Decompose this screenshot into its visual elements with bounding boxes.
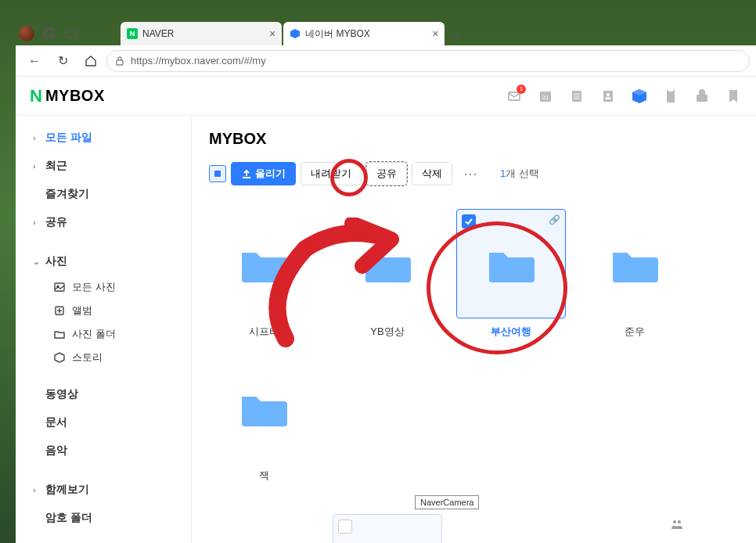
mybox-favicon-icon — [290, 28, 301, 39]
sidebar-item-music[interactable]: ›음악 — [16, 437, 191, 465]
folder-card[interactable]: 🔗 부산여행 — [456, 209, 566, 339]
mybox-icon[interactable] — [631, 88, 648, 105]
logo-n-icon: N — [30, 86, 42, 106]
folder-card[interactable]: 공유폴더 — [580, 514, 689, 543]
shared-icon — [671, 519, 685, 530]
logo-text: MYBOX — [45, 87, 105, 105]
folder-name: 잭 — [259, 469, 269, 483]
lock-icon — [115, 56, 124, 66]
profile-avatar[interactable] — [16, 23, 38, 45]
mail-icon[interactable]: 1 — [506, 88, 523, 105]
checked-icon — [462, 214, 476, 228]
sidebar-item-favorites[interactable]: ›즐겨찾기 — [16, 180, 191, 208]
upload-icon — [241, 168, 252, 179]
workspaces-icon[interactable] — [38, 23, 59, 45]
close-tab-icon[interactable]: × — [269, 27, 275, 40]
naver-favicon-icon: N — [127, 28, 138, 39]
svg-marker-24 — [55, 353, 64, 362]
folder-card[interactable]: 시프티 — [209, 209, 319, 339]
sidebar-item-video[interactable]: ›동영상 — [16, 380, 191, 408]
album-icon — [53, 304, 66, 317]
tooltip: NaverCamera — [415, 495, 479, 509]
svg-point-13 — [607, 93, 610, 96]
upload-button[interactable]: 올리기 — [231, 162, 296, 185]
close-tab-icon[interactable]: × — [432, 27, 438, 40]
svg-text:31: 31 — [542, 94, 549, 101]
more-button[interactable]: ⋯ — [457, 165, 484, 182]
select-all-checkbox[interactable] — [209, 165, 226, 182]
sidebar-item-share[interactable]: ›공유 — [16, 208, 191, 236]
back-button[interactable]: ← — [22, 49, 47, 74]
tab-title: 네이버 MYBOX — [305, 27, 423, 41]
folder-card[interactable]: 준우 — [580, 209, 689, 339]
refresh-button[interactable]: ↻ — [50, 49, 75, 74]
sidebar-item-docs[interactable]: ›문서 — [16, 408, 191, 437]
sidebar-sub-photo-folder[interactable]: 사진 폴더 — [16, 322, 191, 346]
memo-icon[interactable] — [568, 88, 585, 105]
bookmark-icon[interactable] — [725, 88, 742, 105]
photo-icon — [53, 281, 66, 293]
folder-card[interactable]: 잭 — [209, 353, 319, 483]
svg-point-26 — [678, 520, 681, 523]
folder-card[interactable]: YB영상 — [333, 209, 442, 339]
mail-badge: 1 — [517, 85, 526, 94]
browser-tab-naver[interactable]: N NAVER × — [121, 22, 282, 45]
delete-button[interactable]: 삭제 — [412, 162, 452, 185]
download-button[interactable]: 내려받기 — [301, 162, 362, 185]
svg-rect-4 — [117, 60, 123, 65]
link-icon: 🔗 — [549, 214, 560, 225]
tab-actions-icon[interactable] — [59, 23, 81, 45]
new-tab-button[interactable]: + — [446, 29, 468, 45]
folder-card[interactable]: ☆ NaverCamera — [333, 514, 442, 543]
svg-point-25 — [673, 520, 676, 523]
folder-name: 시프티 — [249, 325, 279, 339]
sidebar-item-photos[interactable]: ⌄사진 — [16, 247, 191, 275]
sidebar-sub-album[interactable]: 앨범 — [16, 299, 191, 322]
sidebar: ›모든 파일 ›최근 ›즐겨찾기 ›공유 ⌄사진 모든 사진 앨범 사진 폴더 … — [16, 116, 192, 543]
checkbox-icon[interactable] — [338, 520, 352, 534]
notes-icon[interactable] — [662, 88, 679, 105]
folder-card[interactable]: 포스팅 — [209, 514, 319, 543]
sidebar-item-all-files[interactable]: ›모든 파일 — [16, 124, 191, 152]
contacts-icon[interactable] — [599, 88, 617, 105]
svg-rect-18 — [697, 95, 707, 102]
page-title: MYBOX — [209, 130, 756, 148]
folder-name: 부산여행 — [491, 325, 531, 339]
address-field[interactable]: https://mybox.naver.com/#/my — [106, 50, 750, 72]
selection-count: 1개 선택 — [500, 167, 539, 181]
browser-tab-mybox[interactable]: 네이버 MYBOX × — [283, 22, 445, 45]
svg-rect-17 — [668, 89, 673, 92]
sidebar-item-recent[interactable]: ›최근 — [16, 152, 191, 180]
sidebar-item-encrypted[interactable]: ›암호 폴더 — [16, 504, 191, 532]
calendar-icon[interactable]: 31 — [537, 88, 554, 105]
sidebar-item-together[interactable]: ›함께보기 — [16, 476, 191, 504]
folder-name: 준우 — [625, 325, 645, 339]
sidebar-sub-story[interactable]: 스토리 — [16, 346, 191, 369]
office-icon[interactable] — [693, 88, 711, 105]
home-button[interactable] — [78, 49, 103, 74]
share-button[interactable]: 공유 — [366, 162, 407, 185]
photo-folder-icon — [53, 328, 66, 340]
folder-name: YB영상 — [370, 325, 404, 339]
url-text: https://mybox.naver.com/#/my — [131, 55, 266, 67]
story-icon — [53, 351, 66, 364]
svg-rect-2 — [66, 30, 75, 38]
svg-rect-16 — [667, 90, 675, 102]
svg-marker-3 — [290, 29, 300, 38]
sidebar-sub-all-photos[interactable]: 모든 사진 — [16, 275, 191, 299]
folder-card[interactable]: 기타등등 — [456, 514, 566, 543]
tab-title: NAVER — [142, 28, 260, 39]
